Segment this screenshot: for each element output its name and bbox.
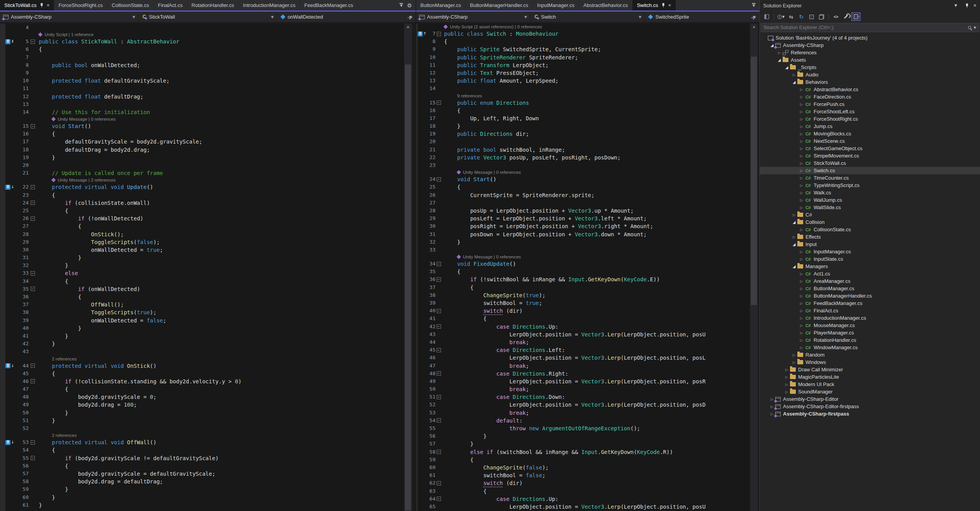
code-line[interactable]: 24− if (collisionState.onWall) xyxy=(0,199,404,207)
tree-item-windows[interactable]: ▷Windows xyxy=(760,359,980,366)
expander-icon[interactable]: ▷ xyxy=(798,102,805,106)
code-line[interactable]: 50 break; xyxy=(416,385,750,393)
code-line[interactable]: 23 xyxy=(416,161,750,169)
tree-item-forcepush-cs[interactable]: ▷C#ForcePush.cs xyxy=(760,100,980,108)
tree-item-walk-cs[interactable]: ▷C#Walk.cs xyxy=(760,189,980,196)
code-line[interactable]: 60 } xyxy=(0,494,404,501)
tree-item-audio[interactable]: ▷Audio xyxy=(760,71,980,78)
collapse-region-icon[interactable]: − xyxy=(31,185,35,189)
tree-item-introductionmanager-cs[interactable]: ▷C#IntroductionManager.cs xyxy=(760,314,980,322)
code-line[interactable]: 31 posDown = LerpObject.position + Vecto… xyxy=(416,230,750,238)
expander-icon[interactable]: ▷ xyxy=(798,309,805,313)
expander-icon[interactable]: ▷ xyxy=(798,125,805,128)
code-line[interactable]: 61} xyxy=(0,501,404,509)
code-line[interactable]: 40 } xyxy=(0,324,404,332)
code-line[interactable]: 32 } xyxy=(0,262,404,269)
code-line[interactable]: 36 { xyxy=(0,293,404,301)
tree-item-inputmanager-cs[interactable]: ▷C#InputManager.cs xyxy=(760,248,980,255)
code-line[interactable]: 39 onWallDetected = false; xyxy=(0,317,404,324)
code-editor-left[interactable]: 4Unity Script | 1 referenceO↕5−public cl… xyxy=(0,24,404,511)
tree-item-managers[interactable]: ◢Managers xyxy=(760,263,980,270)
tab-introductionmanager-cs[interactable]: IntroductionManager.cs xyxy=(239,0,300,10)
code-line[interactable]: 35 { xyxy=(416,268,750,275)
pin-tab-icon[interactable] xyxy=(40,3,43,8)
split-editor-handle[interactable]: ▴▾ xyxy=(405,13,415,22)
tree-item-assembly-csharp[interactable]: ◢Assembly-CSharp xyxy=(760,42,980,49)
code-editor-right[interactable]: Unity Script (2 asset references) | 0 re… xyxy=(416,24,750,511)
code-line[interactable]: 37 OffWall(); xyxy=(0,301,404,308)
breadcrumb-project-dropdown[interactable]: Assembly-CSharp▼ xyxy=(416,12,531,22)
collapse-region-icon[interactable]: − xyxy=(437,32,441,36)
expander-icon[interactable]: ◢ xyxy=(791,264,797,268)
code-line[interactable]: 59 { xyxy=(416,456,750,464)
collapse-region-icon[interactable]: − xyxy=(437,100,441,105)
tree-item-movingblocks-cs[interactable]: ▷C#MovingBlocks.cs xyxy=(760,130,980,137)
tree-item-random[interactable]: ▷Random xyxy=(760,351,980,359)
code-line[interactable]: 48 body2d.gravityScale = 0; xyxy=(0,393,404,401)
code-line[interactable]: 49 body2d.drag = 100; xyxy=(0,401,404,409)
tree-item-act1-cs[interactable]: ▷C#Act1.cs xyxy=(760,270,980,277)
expander-icon[interactable]: ▷ xyxy=(798,161,805,165)
code-line[interactable]: 17 defaultGravityScale = body2d.gravityS… xyxy=(0,138,404,146)
tree-item-c-[interactable]: ▷C# xyxy=(760,211,980,218)
code-line[interactable]: 57 body2d.gravityScale = defaultGravityS… xyxy=(0,470,404,478)
tree-item-nextscene-cs[interactable]: ▷C#NextScene.cs xyxy=(760,137,980,145)
code-line[interactable]: 13 public float Amount, LerpSpeed; xyxy=(416,77,750,85)
codelens[interactable]: Unity Message | 0 references xyxy=(0,116,404,122)
sync-with-active-document-button[interactable]: ⇆ xyxy=(786,12,796,21)
code-line[interactable]: 52 LerpObject.position = Vector3.Lerp(Le… xyxy=(416,401,750,409)
collapse-region-icon[interactable]: − xyxy=(437,309,441,313)
code-line[interactable]: 37 { xyxy=(416,284,750,291)
tree-item-soundmanager[interactable]: ▷SoundManager xyxy=(760,388,980,395)
tab-sticktowall-cs[interactable]: StickToWall.cs× xyxy=(0,0,54,10)
code-line[interactable]: 45 { xyxy=(0,370,404,378)
tree-item-switch-cs[interactable]: ▷C#Switch.cs xyxy=(760,167,980,174)
pending-changes-filter-button[interactable]: ▼ xyxy=(776,12,786,21)
pin-tab-icon[interactable] xyxy=(662,3,665,8)
expander-icon[interactable]: ◢ xyxy=(791,242,797,246)
collapse-region-icon[interactable]: − xyxy=(437,348,441,352)
code-line[interactable]: 43 LerpObject.position = Vector3.Lerp(Le… xyxy=(416,331,750,338)
tab-options-gear-icon[interactable]: ⚙ xyxy=(407,2,412,9)
split-editor-handle[interactable]: ▴▾ xyxy=(748,13,759,22)
tree-item-selectgameobject-cs[interactable]: ▷C#SelectGameObject.cs xyxy=(760,145,980,152)
code-line[interactable]: 48− case Directions.Right: xyxy=(416,370,750,378)
expander-icon[interactable]: ▷ xyxy=(791,360,797,364)
code-line[interactable]: 31 } xyxy=(0,254,404,262)
tab-forceshootright-cs[interactable]: ForceShootRight.cs xyxy=(54,0,107,10)
expander-icon[interactable]: ▷ xyxy=(798,228,805,232)
tree-item-sticktowall-cs[interactable]: ▷C#StickToWall.cs xyxy=(760,159,980,167)
breadcrumb-field-dropdown[interactable]: SwitchedSprite▼ xyxy=(645,12,759,22)
code-line[interactable]: 15− void Start() xyxy=(0,122,404,130)
code-line[interactable]: 55 throw new ArgumentOutOfRangeException… xyxy=(416,424,750,432)
collapse-region-icon[interactable]: − xyxy=(31,217,35,221)
expander-icon[interactable]: ▷ xyxy=(798,139,805,143)
code-line[interactable]: 59 } xyxy=(0,485,404,493)
expander-icon[interactable]: ▷ xyxy=(791,73,797,77)
tab-abstractbehavior-cs[interactable]: AbstractBehavior.cs xyxy=(579,0,633,10)
tab-collisionstate-cs[interactable]: CollisionState.cs xyxy=(107,0,154,10)
code-line[interactable]: 12 public Text PressEObject; xyxy=(416,69,750,77)
code-line[interactable]: 47 { xyxy=(0,385,404,393)
code-line[interactable]: 28 OnStick(); xyxy=(0,230,404,238)
tab-finalact-cs[interactable]: FinalAct.cs xyxy=(154,0,187,10)
code-line[interactable]: 4 xyxy=(0,24,404,31)
expander-icon[interactable]: ▷ xyxy=(798,198,805,202)
expander-icon[interactable]: ▷ xyxy=(776,51,783,55)
code-line[interactable]: 11 xyxy=(0,85,404,92)
tab-feedbackmanager-cs[interactable]: FeedBackManager.cs xyxy=(300,0,358,10)
expander-icon[interactable]: ▷ xyxy=(798,324,805,327)
tree-item-forceshootleft-cs[interactable]: ▷C#ForceShootLeft.cs xyxy=(760,108,980,115)
breadcrumb-field-dropdown[interactable]: onWallDetected▼ xyxy=(277,12,416,22)
code-line[interactable]: 20 xyxy=(0,161,404,169)
expander-icon[interactable]: ▷ xyxy=(798,154,805,158)
code-line[interactable]: 57 } xyxy=(416,440,750,448)
scroll-up-arrow[interactable]: ▲ xyxy=(750,24,758,29)
left-editor-scrollbar[interactable]: ▲ xyxy=(404,24,412,511)
code-line[interactable]: 24− void Start() xyxy=(416,175,750,183)
code-line[interactable]: 42− case Directions.Up: xyxy=(416,323,750,331)
codelens[interactable]: 2 references xyxy=(0,356,404,362)
expander-icon[interactable]: ◢ xyxy=(791,80,797,84)
expander-icon[interactable]: ▷ xyxy=(798,191,805,195)
collapse-region-icon[interactable]: − xyxy=(437,324,441,329)
